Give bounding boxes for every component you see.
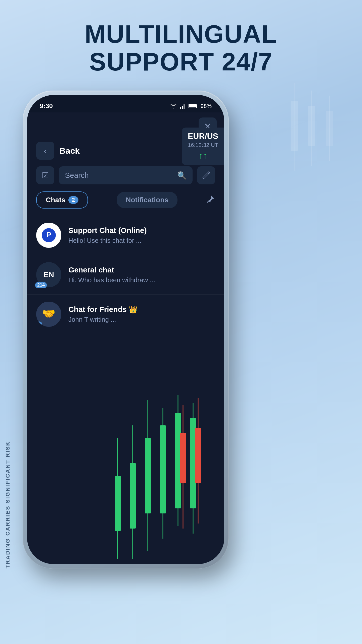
svg-text:🤝: 🤝	[42, 307, 56, 320]
chat-info-general: General chat Hi. Who has been withdraw .…	[68, 266, 215, 284]
battery-percentage: 98%	[201, 103, 212, 109]
screen-content: ✕ EUR/US 16:12:32 UT ↑↑ ‹ Back	[27, 112, 224, 564]
avatar-general: EN 214	[36, 262, 61, 287]
svg-rect-1	[291, 101, 298, 151]
svg-rect-11	[189, 105, 196, 107]
eur-pair-label: EUR/US	[188, 132, 218, 141]
svg-rect-18	[145, 438, 151, 513]
svg-rect-32	[115, 476, 121, 531]
chart-area	[27, 388, 224, 564]
chat-preview-general: Hi. Who has been withdraw ...	[68, 276, 215, 284]
chat-item-friends[interactable]: 🤝 5 Chat for Friends 👑 John T writing ..…	[27, 295, 224, 334]
svg-rect-8	[184, 104, 185, 109]
back-arrow-icon: ‹	[44, 146, 47, 156]
compose-icon	[202, 171, 211, 180]
chat-list: P Support Chat (Online) Hello! Use this …	[27, 213, 224, 337]
tab-notifications[interactable]: Notifications	[117, 192, 177, 208]
friends-badge: 5	[36, 321, 42, 327]
svg-rect-20	[160, 425, 166, 513]
compose-button[interactable]	[197, 166, 215, 184]
candle-chart	[27, 388, 224, 564]
chat-preview-support: Hello! Use this chat for ...	[68, 237, 215, 245]
phone-outer: 9:30	[23, 91, 229, 569]
avatar-friends: 🤝 5	[36, 302, 61, 327]
chat-name-friends: Chat for Friends 👑	[68, 305, 215, 314]
side-text: TRADING CARRIES SIGNIFICANT RISK	[5, 441, 11, 569]
chat-name-support: Support Chat (Online)	[68, 226, 215, 235]
phone-mockup: 9:30	[23, 91, 229, 569]
svg-rect-7	[182, 106, 183, 109]
status-bar: 9:30	[27, 95, 224, 112]
wifi-icon	[170, 104, 177, 109]
status-time: 9:30	[40, 102, 53, 110]
chat-info-friends: Chat for Friends 👑 John T writing ...	[68, 305, 215, 324]
pin-icon	[206, 194, 215, 204]
svg-rect-26	[180, 433, 186, 483]
tab-notifications-label: Notifications	[126, 196, 168, 204]
bg-candle-svg	[279, 70, 354, 221]
back-label: Back	[59, 146, 80, 156]
eur-time-label: 16:12:32 UT	[188, 142, 218, 148]
search-icon: 🔍	[177, 171, 187, 180]
back-button[interactable]: ‹	[36, 142, 54, 160]
pin-button[interactable]	[206, 194, 215, 206]
search-input[interactable]: Search	[65, 171, 173, 180]
svg-rect-6	[180, 107, 181, 109]
check-icon: ☑	[42, 171, 49, 180]
svg-rect-30	[130, 463, 136, 529]
chat-preview-friends: John T writing ...	[68, 316, 215, 324]
phone-inner: 9:30	[27, 95, 224, 564]
status-icons: 98%	[170, 103, 212, 109]
eur-arrows: ↑↑	[188, 150, 218, 161]
signal-icon	[180, 104, 186, 109]
svg-rect-10	[197, 105, 197, 107]
tab-chats-label: Chats	[46, 196, 65, 204]
chat-name-general: General chat	[68, 266, 215, 274]
bg-candles	[279, 70, 354, 222]
check-button[interactable]: ☑	[36, 166, 54, 184]
search-box[interactable]: Search 🔍	[59, 166, 193, 184]
svg-rect-5	[326, 111, 333, 146]
avatar-support: P	[36, 223, 61, 248]
support-logo: P	[41, 228, 56, 243]
tab-chats[interactable]: Chats 2	[36, 191, 88, 209]
svg-text:P: P	[46, 230, 51, 239]
tab-chats-badge: 2	[68, 196, 78, 204]
general-badge: 214	[35, 282, 47, 288]
crown-icon: 👑	[129, 306, 138, 313]
toolbar-row: ☑ Search 🔍	[27, 164, 224, 189]
eur-usd-panel: EUR/US 16:12:32 UT ↑↑	[182, 128, 224, 165]
hero-title: MULTILINGUAL SUPPORT 24/7	[0, 20, 362, 75]
svg-rect-28	[195, 428, 201, 483]
svg-rect-3	[308, 106, 315, 146]
battery-icon	[189, 104, 198, 108]
tabs-row: Chats 2 Notifications	[27, 189, 224, 213]
chat-info-support: Support Chat (Online) Hello! Use this ch…	[68, 226, 215, 245]
chat-item-general[interactable]: EN 214 General chat Hi. Who has been wit…	[27, 255, 224, 295]
chat-item-support[interactable]: P Support Chat (Online) Hello! Use this …	[27, 216, 224, 255]
